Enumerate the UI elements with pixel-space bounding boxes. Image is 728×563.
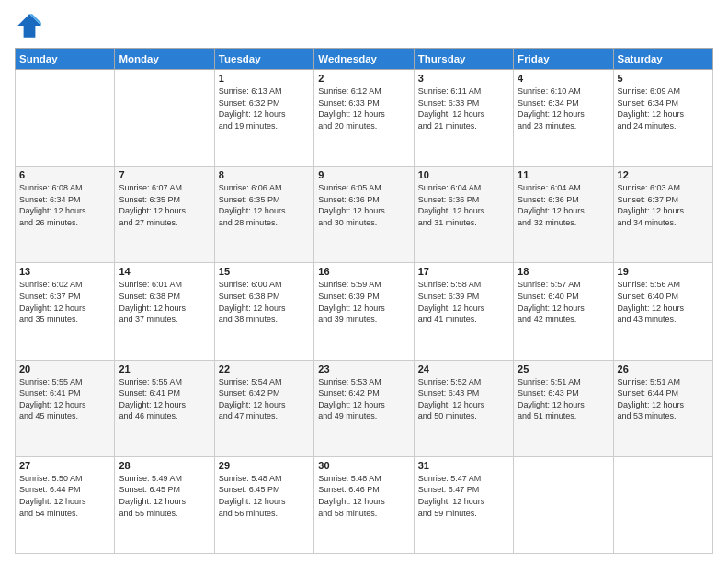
day-number: 16 <box>318 266 409 277</box>
day-info: Sunrise: 5:48 AMSunset: 6:46 PMDaylight:… <box>318 473 409 519</box>
day-info: Sunrise: 6:01 AMSunset: 6:38 PMDaylight:… <box>119 279 210 325</box>
day-info: Sunrise: 5:47 AMSunset: 6:47 PMDaylight:… <box>418 473 509 519</box>
day-info: Sunrise: 6:10 AMSunset: 6:34 PMDaylight:… <box>518 86 609 132</box>
day-number: 22 <box>219 363 310 374</box>
day-info: Sunrise: 5:54 AMSunset: 6:42 PMDaylight:… <box>219 376 310 422</box>
calendar-week-row: 20Sunrise: 5:55 AMSunset: 6:41 PMDayligh… <box>16 360 713 456</box>
calendar-week-row: 6Sunrise: 6:08 AMSunset: 6:34 PMDaylight… <box>16 167 713 263</box>
calendar-table: SundayMondayTuesdayWednesdayThursdayFrid… <box>15 48 713 554</box>
calendar-cell: 11Sunrise: 6:04 AMSunset: 6:36 PMDayligh… <box>514 167 613 263</box>
calendar-cell: 29Sunrise: 5:48 AMSunset: 6:45 PMDayligh… <box>214 456 313 553</box>
day-info: Sunrise: 6:04 AMSunset: 6:36 PMDaylight:… <box>418 182 509 228</box>
day-number: 23 <box>318 363 409 374</box>
day-number: 20 <box>19 363 110 374</box>
calendar-cell <box>115 70 214 167</box>
calendar-cell: 19Sunrise: 5:56 AMSunset: 6:40 PMDayligh… <box>613 263 712 360</box>
weekday-header: Wednesday <box>314 49 414 70</box>
day-info: Sunrise: 6:12 AMSunset: 6:33 PMDaylight:… <box>318 86 409 132</box>
day-number: 11 <box>518 169 609 180</box>
calendar-cell: 21Sunrise: 5:55 AMSunset: 6:41 PMDayligh… <box>115 360 214 456</box>
day-number: 25 <box>518 363 609 374</box>
day-number: 10 <box>418 169 509 180</box>
weekday-header: Sunday <box>16 49 115 70</box>
day-number: 2 <box>318 73 409 84</box>
calendar-cell <box>16 70 115 167</box>
calendar-cell: 20Sunrise: 5:55 AMSunset: 6:41 PMDayligh… <box>16 360 115 456</box>
day-number: 18 <box>518 266 609 277</box>
calendar-cell: 26Sunrise: 5:51 AMSunset: 6:44 PMDayligh… <box>613 360 712 456</box>
calendar-week-row: 1Sunrise: 6:13 AMSunset: 6:32 PMDaylight… <box>16 70 713 167</box>
day-info: Sunrise: 6:09 AMSunset: 6:34 PMDaylight:… <box>618 86 709 132</box>
calendar-cell: 30Sunrise: 5:48 AMSunset: 6:46 PMDayligh… <box>314 456 414 553</box>
day-info: Sunrise: 5:58 AMSunset: 6:39 PMDaylight:… <box>418 279 509 325</box>
day-info: Sunrise: 5:50 AMSunset: 6:44 PMDaylight:… <box>19 473 110 519</box>
calendar-cell: 28Sunrise: 5:49 AMSunset: 6:45 PMDayligh… <box>115 456 214 553</box>
calendar-cell: 7Sunrise: 6:07 AMSunset: 6:35 PMDaylight… <box>115 167 214 263</box>
day-info: Sunrise: 6:11 AMSunset: 6:33 PMDaylight:… <box>418 86 509 132</box>
calendar-week-row: 27Sunrise: 5:50 AMSunset: 6:44 PMDayligh… <box>16 456 713 553</box>
day-info: Sunrise: 5:51 AMSunset: 6:44 PMDaylight:… <box>618 376 709 422</box>
calendar-cell: 24Sunrise: 5:52 AMSunset: 6:43 PMDayligh… <box>414 360 513 456</box>
calendar-cell: 25Sunrise: 5:51 AMSunset: 6:43 PMDayligh… <box>514 360 613 456</box>
weekday-header: Tuesday <box>214 49 313 70</box>
day-info: Sunrise: 5:51 AMSunset: 6:43 PMDaylight:… <box>518 376 609 422</box>
day-number: 9 <box>318 169 409 180</box>
day-number: 21 <box>119 363 210 374</box>
day-info: Sunrise: 5:55 AMSunset: 6:41 PMDaylight:… <box>19 376 110 422</box>
day-number: 5 <box>618 73 709 84</box>
day-info: Sunrise: 6:04 AMSunset: 6:36 PMDaylight:… <box>518 182 609 228</box>
logo-icon <box>15 11 44 40</box>
day-number: 30 <box>318 460 409 471</box>
day-info: Sunrise: 5:57 AMSunset: 6:40 PMDaylight:… <box>518 279 609 325</box>
day-info: Sunrise: 6:13 AMSunset: 6:32 PMDaylight:… <box>219 86 310 132</box>
calendar-cell: 9Sunrise: 6:05 AMSunset: 6:36 PMDaylight… <box>314 167 414 263</box>
day-number: 12 <box>618 169 709 180</box>
day-number: 4 <box>518 73 609 84</box>
day-info: Sunrise: 6:03 AMSunset: 6:37 PMDaylight:… <box>618 182 709 228</box>
day-info: Sunrise: 6:08 AMSunset: 6:34 PMDaylight:… <box>19 182 110 228</box>
day-info: Sunrise: 6:06 AMSunset: 6:35 PMDaylight:… <box>219 182 310 228</box>
calendar-cell: 4Sunrise: 6:10 AMSunset: 6:34 PMDaylight… <box>514 70 613 167</box>
day-number: 6 <box>19 169 110 180</box>
day-number: 27 <box>19 460 110 471</box>
day-number: 3 <box>418 73 509 84</box>
calendar-cell <box>613 456 712 553</box>
day-number: 15 <box>219 266 310 277</box>
weekday-header: Friday <box>514 49 613 70</box>
header <box>15 11 713 40</box>
day-number: 13 <box>19 266 110 277</box>
calendar-cell: 17Sunrise: 5:58 AMSunset: 6:39 PMDayligh… <box>414 263 513 360</box>
weekday-header: Monday <box>115 49 214 70</box>
svg-marker-0 <box>17 14 41 38</box>
calendar-cell: 2Sunrise: 6:12 AMSunset: 6:33 PMDaylight… <box>314 70 414 167</box>
day-number: 31 <box>418 460 509 471</box>
day-info: Sunrise: 5:48 AMSunset: 6:45 PMDaylight:… <box>219 473 310 519</box>
day-info: Sunrise: 5:49 AMSunset: 6:45 PMDaylight:… <box>119 473 210 519</box>
day-info: Sunrise: 5:59 AMSunset: 6:39 PMDaylight:… <box>318 279 409 325</box>
calendar-cell <box>514 456 613 553</box>
calendar-cell: 15Sunrise: 6:00 AMSunset: 6:38 PMDayligh… <box>214 263 313 360</box>
day-info: Sunrise: 5:56 AMSunset: 6:40 PMDaylight:… <box>618 279 709 325</box>
day-number: 28 <box>119 460 210 471</box>
calendar-cell: 22Sunrise: 5:54 AMSunset: 6:42 PMDayligh… <box>214 360 313 456</box>
calendar-cell: 8Sunrise: 6:06 AMSunset: 6:35 PMDaylight… <box>214 167 313 263</box>
calendar-cell: 13Sunrise: 6:02 AMSunset: 6:37 PMDayligh… <box>16 263 115 360</box>
calendar-cell: 27Sunrise: 5:50 AMSunset: 6:44 PMDayligh… <box>16 456 115 553</box>
calendar-week-row: 13Sunrise: 6:02 AMSunset: 6:37 PMDayligh… <box>16 263 713 360</box>
calendar-cell: 18Sunrise: 5:57 AMSunset: 6:40 PMDayligh… <box>514 263 613 360</box>
calendar-cell: 6Sunrise: 6:08 AMSunset: 6:34 PMDaylight… <box>16 167 115 263</box>
calendar-cell: 16Sunrise: 5:59 AMSunset: 6:39 PMDayligh… <box>314 263 414 360</box>
weekday-header-row: SundayMondayTuesdayWednesdayThursdayFrid… <box>16 49 713 70</box>
weekday-header: Saturday <box>613 49 712 70</box>
day-info: Sunrise: 6:07 AMSunset: 6:35 PMDaylight:… <box>119 182 210 228</box>
day-number: 7 <box>119 169 210 180</box>
day-number: 1 <box>219 73 310 84</box>
calendar-cell: 23Sunrise: 5:53 AMSunset: 6:42 PMDayligh… <box>314 360 414 456</box>
calendar-cell: 14Sunrise: 6:01 AMSunset: 6:38 PMDayligh… <box>115 263 214 360</box>
day-info: Sunrise: 5:53 AMSunset: 6:42 PMDaylight:… <box>318 376 409 422</box>
day-number: 14 <box>119 266 210 277</box>
day-number: 26 <box>618 363 709 374</box>
day-number: 19 <box>618 266 709 277</box>
page: SundayMondayTuesdayWednesdayThursdayFrid… <box>0 0 728 563</box>
calendar-cell: 12Sunrise: 6:03 AMSunset: 6:37 PMDayligh… <box>613 167 712 263</box>
